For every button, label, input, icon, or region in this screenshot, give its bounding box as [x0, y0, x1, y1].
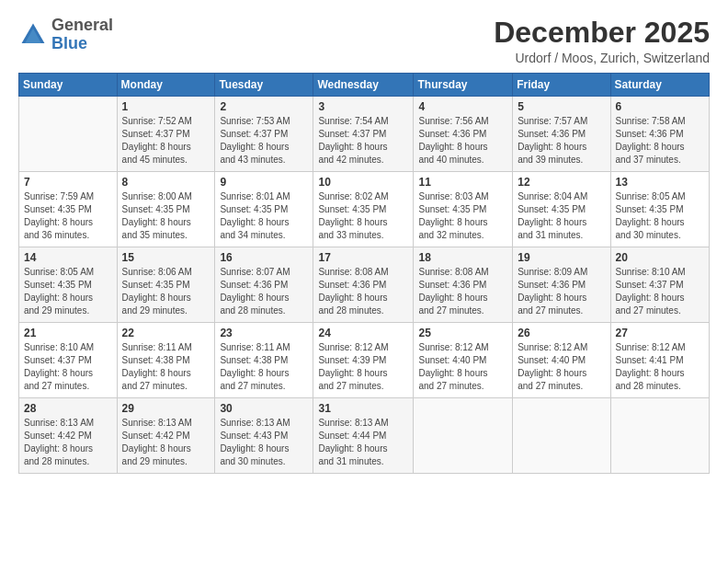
- calendar-week-row: 21Sunrise: 8:10 AM Sunset: 4:37 PM Dayli…: [19, 323, 710, 398]
- table-row: 4Sunrise: 7:56 AM Sunset: 4:36 PM Daylig…: [414, 97, 513, 172]
- day-number: 18: [418, 251, 507, 264]
- table-row: 25Sunrise: 8:12 AM Sunset: 4:40 PM Dayli…: [414, 323, 513, 398]
- table-row: 19Sunrise: 8:09 AM Sunset: 4:36 PM Dayli…: [513, 247, 610, 323]
- day-number: 17: [318, 251, 408, 264]
- table-row: 21Sunrise: 8:10 AM Sunset: 4:37 PM Dayli…: [19, 323, 118, 398]
- table-row: 28Sunrise: 8:13 AM Sunset: 4:42 PM Dayli…: [19, 398, 118, 474]
- day-info: Sunrise: 8:03 AM Sunset: 4:35 PM Dayligh…: [418, 190, 507, 242]
- day-info: Sunrise: 8:02 AM Sunset: 4:35 PM Dayligh…: [318, 190, 408, 242]
- day-number: 8: [122, 176, 210, 189]
- table-row: 5Sunrise: 7:57 AM Sunset: 4:36 PM Daylig…: [513, 97, 610, 172]
- day-info: Sunrise: 8:11 AM Sunset: 4:38 PM Dayligh…: [220, 341, 308, 393]
- day-number: 26: [518, 327, 605, 339]
- day-info: Sunrise: 8:05 AM Sunset: 4:35 PM Dayligh…: [616, 190, 704, 242]
- table-row: 30Sunrise: 8:13 AM Sunset: 4:43 PM Dayli…: [215, 398, 313, 474]
- day-info: Sunrise: 8:12 AM Sunset: 4:41 PM Dayligh…: [616, 341, 704, 393]
- day-number: 11: [418, 176, 507, 189]
- day-number: 12: [518, 176, 605, 189]
- logo-general: General: [51, 16, 113, 34]
- col-saturday: Saturday: [610, 74, 709, 97]
- table-row: 13Sunrise: 8:05 AM Sunset: 4:35 PM Dayli…: [610, 172, 709, 247]
- table-row: 1Sunrise: 7:52 AM Sunset: 4:37 PM Daylig…: [117, 97, 215, 172]
- day-number: 9: [220, 176, 308, 189]
- table-row: 6Sunrise: 7:58 AM Sunset: 4:36 PM Daylig…: [610, 97, 709, 172]
- day-number: 15: [122, 251, 210, 264]
- header: General Blue December 2025 Urdorf / Moos…: [18, 17, 710, 65]
- table-row: 3Sunrise: 7:54 AM Sunset: 4:37 PM Daylig…: [313, 97, 414, 172]
- table-row: 22Sunrise: 8:11 AM Sunset: 4:38 PM Dayli…: [117, 323, 215, 398]
- day-info: Sunrise: 8:12 AM Sunset: 4:40 PM Dayligh…: [518, 341, 605, 393]
- table-row: 29Sunrise: 8:13 AM Sunset: 4:42 PM Dayli…: [117, 398, 215, 474]
- col-thursday: Thursday: [414, 74, 513, 97]
- day-info: Sunrise: 8:10 AM Sunset: 4:37 PM Dayligh…: [616, 266, 704, 317]
- title-block: December 2025 Urdorf / Moos, Zurich, Swi…: [494, 17, 710, 65]
- table-row: [513, 398, 610, 474]
- logo: General Blue: [18, 17, 113, 53]
- day-info: Sunrise: 8:00 AM Sunset: 4:35 PM Dayligh…: [122, 190, 210, 242]
- day-info: Sunrise: 8:13 AM Sunset: 4:42 PM Dayligh…: [122, 417, 210, 468]
- col-friday: Friday: [513, 74, 610, 97]
- logo-icon: [18, 20, 48, 50]
- table-row: 9Sunrise: 8:01 AM Sunset: 4:35 PM Daylig…: [215, 172, 313, 247]
- table-row: [19, 97, 118, 172]
- day-number: 1: [122, 100, 210, 113]
- day-number: 2: [220, 100, 308, 113]
- day-info: Sunrise: 8:11 AM Sunset: 4:38 PM Dayligh…: [122, 341, 210, 393]
- day-number: 21: [24, 327, 112, 339]
- day-info: Sunrise: 8:07 AM Sunset: 4:36 PM Dayligh…: [220, 266, 308, 317]
- table-row: 31Sunrise: 8:13 AM Sunset: 4:44 PM Dayli…: [313, 398, 414, 474]
- day-info: Sunrise: 8:09 AM Sunset: 4:36 PM Dayligh…: [518, 266, 605, 317]
- day-number: 29: [122, 402, 210, 415]
- calendar-table: Sunday Monday Tuesday Wednesday Thursday…: [18, 73, 710, 474]
- day-number: 31: [318, 402, 408, 415]
- day-info: Sunrise: 8:05 AM Sunset: 4:35 PM Dayligh…: [24, 266, 112, 317]
- day-info: Sunrise: 8:06 AM Sunset: 4:35 PM Dayligh…: [122, 266, 210, 317]
- location-subtitle: Urdorf / Moos, Zurich, Switzerland: [494, 51, 710, 65]
- calendar-header-row: Sunday Monday Tuesday Wednesday Thursday…: [19, 74, 710, 97]
- day-number: 4: [418, 100, 507, 113]
- col-monday: Monday: [117, 74, 215, 97]
- table-row: 15Sunrise: 8:06 AM Sunset: 4:35 PM Dayli…: [117, 247, 215, 323]
- page: General Blue December 2025 Urdorf / Moos…: [0, 0, 728, 563]
- day-info: Sunrise: 8:01 AM Sunset: 4:35 PM Dayligh…: [220, 190, 308, 242]
- col-sunday: Sunday: [19, 74, 118, 97]
- day-number: 28: [24, 402, 112, 415]
- day-number: 13: [616, 176, 704, 189]
- table-row: 16Sunrise: 8:07 AM Sunset: 4:36 PM Dayli…: [215, 247, 313, 323]
- calendar-week-row: 28Sunrise: 8:13 AM Sunset: 4:42 PM Dayli…: [19, 398, 710, 474]
- table-row: 12Sunrise: 8:04 AM Sunset: 4:35 PM Dayli…: [513, 172, 610, 247]
- day-info: Sunrise: 8:13 AM Sunset: 4:42 PM Dayligh…: [24, 417, 112, 468]
- day-number: 24: [318, 327, 408, 339]
- calendar-week-row: 1Sunrise: 7:52 AM Sunset: 4:37 PM Daylig…: [19, 97, 710, 172]
- day-number: 5: [518, 100, 605, 113]
- table-row: 18Sunrise: 8:08 AM Sunset: 4:36 PM Dayli…: [414, 247, 513, 323]
- day-number: 14: [24, 251, 112, 264]
- day-info: Sunrise: 8:12 AM Sunset: 4:39 PM Dayligh…: [318, 341, 408, 393]
- day-info: Sunrise: 8:04 AM Sunset: 4:35 PM Dayligh…: [518, 190, 605, 242]
- month-title: December 2025: [494, 17, 710, 49]
- day-number: 7: [24, 176, 112, 189]
- col-tuesday: Tuesday: [215, 74, 313, 97]
- day-info: Sunrise: 7:53 AM Sunset: 4:37 PM Dayligh…: [220, 115, 308, 167]
- table-row: 14Sunrise: 8:05 AM Sunset: 4:35 PM Dayli…: [19, 247, 118, 323]
- day-info: Sunrise: 7:57 AM Sunset: 4:36 PM Dayligh…: [518, 115, 605, 167]
- col-wednesday: Wednesday: [313, 74, 414, 97]
- logo-text: General Blue: [51, 17, 113, 53]
- calendar-week-row: 7Sunrise: 7:59 AM Sunset: 4:35 PM Daylig…: [19, 172, 710, 247]
- table-row: 24Sunrise: 8:12 AM Sunset: 4:39 PM Dayli…: [313, 323, 414, 398]
- logo-blue: Blue: [51, 34, 87, 52]
- day-info: Sunrise: 8:08 AM Sunset: 4:36 PM Dayligh…: [418, 266, 507, 317]
- day-info: Sunrise: 7:54 AM Sunset: 4:37 PM Dayligh…: [318, 115, 408, 167]
- day-info: Sunrise: 8:13 AM Sunset: 4:43 PM Dayligh…: [220, 417, 308, 468]
- table-row: 26Sunrise: 8:12 AM Sunset: 4:40 PM Dayli…: [513, 323, 610, 398]
- day-number: 16: [220, 251, 308, 264]
- table-row: 23Sunrise: 8:11 AM Sunset: 4:38 PM Dayli…: [215, 323, 313, 398]
- day-number: 19: [518, 251, 605, 264]
- table-row: 17Sunrise: 8:08 AM Sunset: 4:36 PM Dayli…: [313, 247, 414, 323]
- day-number: 30: [220, 402, 308, 415]
- day-info: Sunrise: 8:12 AM Sunset: 4:40 PM Dayligh…: [418, 341, 507, 393]
- day-info: Sunrise: 8:08 AM Sunset: 4:36 PM Dayligh…: [318, 266, 408, 317]
- day-number: 22: [122, 327, 210, 339]
- day-info: Sunrise: 7:58 AM Sunset: 4:36 PM Dayligh…: [616, 115, 704, 167]
- calendar-week-row: 14Sunrise: 8:05 AM Sunset: 4:35 PM Dayli…: [19, 247, 710, 323]
